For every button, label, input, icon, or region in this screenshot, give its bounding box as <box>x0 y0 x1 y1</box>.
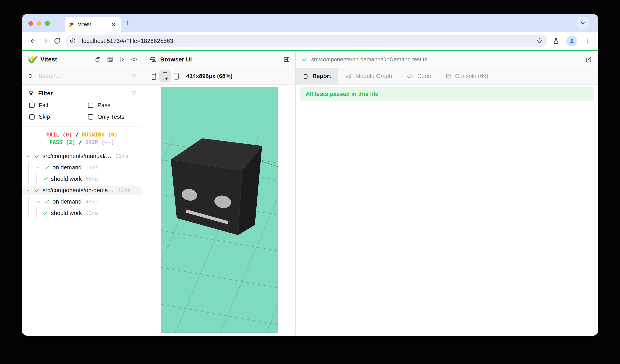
device-tablet-icon[interactable] <box>170 70 182 82</box>
tab-code[interactable]: Code <box>399 68 438 84</box>
browser-menu-icon[interactable] <box>584 38 591 44</box>
report-pane: src/components/on-demand/OnDemand.test.t… <box>296 51 598 336</box>
device-phone-small-icon[interactable] <box>148 70 159 82</box>
url-bar[interactable]: localhost:5173/#/?file=1828625563 <box>66 34 547 47</box>
url-text[interactable]: localhost:5173/#/?file=1828625563 <box>82 38 533 44</box>
test-tree-row[interactable]: src/components/manual/… 56ms <box>22 150 142 162</box>
test-file-path: src/components/on-demand/OnDemand.test.t… <box>311 56 585 63</box>
test-tree-row[interactable]: should work 55ms <box>22 173 142 185</box>
sidebar-header: Vitest <box>22 51 142 68</box>
tab-module-graph[interactable]: Module Graph <box>338 68 399 84</box>
pass-check-icon <box>34 153 40 159</box>
indent-guide <box>28 196 29 207</box>
search-icon <box>28 73 33 79</box>
checkbox[interactable] <box>29 102 34 108</box>
test-tree-row[interactable]: should work 43ms <box>22 207 142 219</box>
test-label: src/components/manual/… <box>43 153 111 160</box>
new-tab-button[interactable] <box>124 19 131 27</box>
viewport-toolbar: 414x896px (68%) <box>142 68 295 85</box>
site-info-icon[interactable] <box>68 36 78 46</box>
funnel-icon <box>28 91 34 96</box>
rendered-scene <box>161 87 278 333</box>
dock-panel-right-icon[interactable] <box>283 56 290 63</box>
chevron-down-icon[interactable] <box>36 199 41 204</box>
browser-tab[interactable]: Vitest <box>65 17 121 32</box>
checkbox[interactable] <box>88 114 93 119</box>
test-browser-iframe[interactable] <box>161 87 278 333</box>
profile-avatar[interactable] <box>566 36 577 46</box>
tab-report[interactable]: Report <box>296 68 338 84</box>
test-duration: 56ms <box>85 164 98 171</box>
test-duration: 43ms <box>86 210 99 216</box>
test-tree: src/components/manual/… 56ms on demand 5… <box>22 149 142 219</box>
fail-count: FAIL (0) <box>46 131 72 138</box>
preview-title: Browser UI <box>160 56 283 63</box>
indent-guide <box>36 173 37 185</box>
experiments-flask-icon[interactable] <box>553 38 559 44</box>
indent-guide <box>28 162 29 173</box>
device-phone-custom-icon[interactable] <box>159 70 170 82</box>
dashboard-icon[interactable] <box>106 56 114 63</box>
browser-toolbar: localhost:5173/#/?file=1828625563 <box>22 32 598 50</box>
running-count: RUNNING (0) <box>82 131 118 138</box>
search-input[interactable] <box>38 73 131 79</box>
test-duration: 43ms <box>85 199 98 205</box>
forward-icon[interactable] <box>39 35 51 47</box>
vitest-logo-icon <box>27 54 38 65</box>
test-tree-row[interactable]: src/components/on-dema… 43ms <box>22 185 142 196</box>
sidebar-header-actions <box>94 56 138 63</box>
pass-check-icon <box>44 199 50 204</box>
tab-search-chevron-button[interactable] <box>577 17 589 29</box>
test-duration: 43ms <box>118 187 130 193</box>
filter-title: Filter <box>38 90 131 97</box>
viewport-size-label[interactable]: 414x896px (68%) <box>186 73 232 79</box>
open-external-icon[interactable] <box>585 56 592 63</box>
browser-tab-strip: Vitest <box>22 14 598 32</box>
theme-toggle-sun-icon[interactable] <box>130 56 138 63</box>
filter-checkbox-skip[interactable]: Skip <box>29 111 88 123</box>
test-label: on demand <box>53 198 81 205</box>
test-tree-row[interactable]: on demand 56ms <box>22 162 142 173</box>
all-tests-passed-banner: All tests passed in this file <box>300 87 594 101</box>
collapse-tests-icon[interactable] <box>94 56 102 63</box>
chevron-down-icon[interactable] <box>36 165 41 170</box>
test-sidebar: Vitest <box>22 51 142 336</box>
app-title: Vitest <box>40 56 94 63</box>
filter-checkbox-only-tests[interactable]: Only Tests <box>88 111 142 123</box>
test-label: src/components/on-dema… <box>43 187 114 194</box>
browser-preview-pane: Browser UI 414x896px (68%) <box>142 51 296 336</box>
close-window-button[interactable] <box>28 21 33 26</box>
report-header: src/components/on-demand/OnDemand.test.t… <box>296 51 598 68</box>
preview-header: Browser UI <box>142 51 295 68</box>
filter-checkbox-fail[interactable]: Fail <box>29 99 88 111</box>
chevron-down-icon[interactable] <box>26 188 31 193</box>
window-controls <box>28 21 50 26</box>
globe-icon <box>150 56 156 63</box>
pass-count: PASS (2) <box>49 139 75 145</box>
bookmark-star-icon[interactable] <box>533 35 545 47</box>
run-summary: FAIL (0) / RUNNING (0) PASS (2) / SKIP (… <box>22 127 142 149</box>
checkbox[interactable] <box>29 114 34 119</box>
checkbox[interactable] <box>88 102 93 108</box>
maximize-window-button[interactable] <box>45 21 50 26</box>
clear-filters-icon[interactable] <box>131 91 137 96</box>
search-row <box>22 68 142 85</box>
chevron-down-icon[interactable] <box>26 154 31 159</box>
tab-console[interactable]: Console (69) <box>438 68 496 84</box>
filter-title-row: Filter <box>22 87 142 99</box>
filter-checkbox-pass[interactable]: Pass <box>88 99 142 111</box>
test-tree-row[interactable]: on demand 43ms <box>22 196 142 207</box>
summary-line-2: PASS (2) / SKIP (--) <box>46 138 118 146</box>
run-all-icon[interactable] <box>118 56 126 63</box>
reload-icon[interactable] <box>51 35 63 47</box>
browser-window: Vitest <box>22 14 598 336</box>
clear-search-filter-icon[interactable] <box>131 73 137 79</box>
indent-guide <box>28 173 29 185</box>
test-duration: 55ms <box>86 176 99 182</box>
minimize-window-button[interactable] <box>37 21 41 26</box>
back-icon[interactable] <box>27 35 39 47</box>
tab-close-icon[interactable] <box>110 22 117 27</box>
indent-guide <box>36 207 37 219</box>
test-label: should work <box>51 210 82 216</box>
report-body: All tests passed in this file <box>296 85 598 336</box>
